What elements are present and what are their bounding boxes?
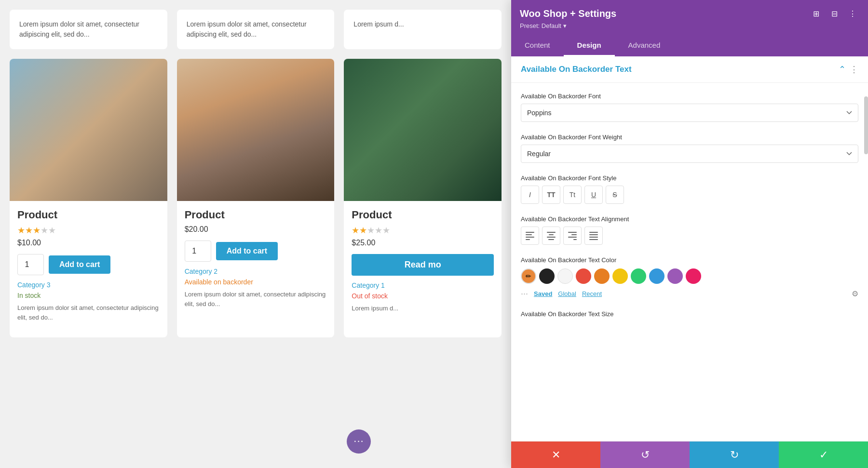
product-card-1-body: Product ★★★★★ $10.00 Add to cart Categor… [10, 201, 167, 330]
product-2-qty-input[interactable] [185, 241, 211, 262]
color-tab-saved[interactable]: Saved [534, 290, 552, 297]
top-card-1-desc: Lorem ipsum dolor sit amet, consectetur … [19, 19, 158, 40]
top-card-1: Lorem ipsum dolor sit amet, consectetur … [10, 10, 167, 49]
product-2-status: Available on backorder [185, 278, 327, 286]
product-3-category-link[interactable]: Category 1 [352, 281, 494, 289]
product-image-3 [344, 59, 502, 201]
style-italic-button[interactable]: I [521, 186, 539, 204]
style-strikethrough-button[interactable]: S [606, 186, 624, 204]
tab-advanced[interactable]: Advanced [615, 35, 674, 56]
align-left-icon [526, 232, 534, 240]
text-size-label: Available On Backorder Text Size [521, 310, 858, 318]
font-style-label: Available On Backorder Font Style [521, 174, 858, 182]
tab-content[interactable]: Content [511, 35, 564, 56]
tab-design[interactable]: Design [564, 35, 615, 56]
panel-layout-icon[interactable]: ⊟ [827, 7, 841, 20]
color-swatch-orange[interactable] [594, 268, 610, 284]
section-options-icon[interactable]: ⋮ [850, 64, 858, 75]
products-row: Product ★★★★★ $10.00 Add to cart Categor… [10, 59, 502, 337]
color-swatch-red[interactable] [576, 268, 591, 284]
align-left-button[interactable] [521, 227, 539, 245]
color-swatch-pencil[interactable]: ✏ [521, 268, 536, 284]
style-underline-button[interactable]: U [584, 186, 603, 204]
product-1-title: Product [17, 209, 160, 221]
panel-more-icon[interactable]: ⋮ [846, 7, 859, 20]
product-1-add-to-cart-button[interactable]: Add to cart [49, 255, 110, 274]
product-card-3: Product ★★★★★ $25.00 Read mo Category 1 … [344, 59, 502, 337]
product-2-add-to-cart-button[interactable]: Add to cart [216, 242, 278, 260]
product-2-price: $20.00 [185, 225, 327, 234]
footer-redo-button[interactable]: ↻ [690, 441, 779, 468]
section-controls: ⌃ ⋮ [839, 64, 858, 75]
font-family-label: Available On Backorder Font [521, 93, 858, 100]
panel-preset[interactable]: Preset: Default ▾ [520, 22, 859, 29]
color-swatch-blue[interactable] [649, 268, 665, 284]
product-2-title: Product [185, 209, 327, 221]
product-2-desc: Lorem ipsum dolor sit amet, consectetur … [185, 290, 327, 308]
product-card-3-body: Product ★★★★★ $25.00 Read mo Category 1 … [344, 201, 502, 321]
top-card-2: Lorem ipsum dolor sit amet, consectetur … [177, 10, 335, 49]
font-family-group: Available On Backorder Font Poppins Robo… [521, 93, 858, 122]
color-settings-icon[interactable]: ⚙ [852, 289, 858, 298]
font-style-group: Available On Backorder Font Style I TT T… [521, 174, 858, 204]
style-capitalize-button[interactable]: Tt [563, 186, 582, 204]
color-more-dots[interactable]: ··· [521, 289, 528, 299]
footer-undo-button[interactable]: ↺ [600, 441, 690, 468]
align-right-button[interactable] [563, 227, 582, 245]
text-align-label: Available On Backorder Text Alignment [521, 215, 858, 223]
color-tabs-row: ··· Saved Global Recent ⚙ [521, 289, 858, 299]
product-2-category-link[interactable]: Category 2 [185, 267, 327, 275]
panel-title-row: Woo Shop + Settings ⊞ ⊟ ⋮ [520, 7, 859, 20]
font-weight-group: Available On Backorder Font Weight Regul… [521, 134, 858, 163]
product-3-status: Out of stock [352, 292, 494, 300]
product-1-qty-input[interactable] [17, 254, 44, 275]
product-image-1 [10, 59, 167, 201]
color-swatch-pink[interactable] [686, 268, 701, 284]
product-1-cart-row: Add to cart [17, 254, 160, 275]
color-swatch-green[interactable] [631, 268, 646, 284]
product-2-cart-row: Add to cart [185, 241, 327, 262]
color-swatch-black[interactable] [539, 268, 555, 284]
section-collapse-icon[interactable]: ⌃ [839, 64, 846, 75]
align-right-icon [568, 232, 577, 240]
product-1-price: $10.00 [17, 239, 160, 247]
color-tab-global[interactable]: Global [558, 290, 576, 297]
product-3-read-more-button[interactable]: Read mo [352, 254, 494, 276]
align-justify-icon [589, 232, 598, 240]
text-color-label: Available On Backorder Text Color [521, 256, 858, 264]
text-color-group: Available On Backorder Text Color ✏ [521, 256, 858, 299]
section-title: Available On Backorder Text [521, 65, 632, 74]
text-size-group: Available On Backorder Text Size [521, 310, 858, 318]
top-card-3-desc: Lorem ipsum d... [353, 19, 492, 29]
font-style-buttons: I TT Tt U S [521, 186, 858, 204]
panel-tabs: Content Design Advanced [511, 35, 868, 56]
style-uppercase-button[interactable]: TT [542, 186, 560, 204]
footer-cancel-button[interactable]: ✕ [511, 441, 600, 468]
panel-title: Woo Shop + Settings [520, 8, 616, 19]
product-3-title: Product [352, 209, 494, 221]
fab-dots-button[interactable]: ··· [347, 429, 371, 454]
product-1-category-link[interactable]: Category 3 [17, 281, 160, 289]
color-swatch-white[interactable] [557, 268, 573, 284]
product-1-rating: ★★★★★ [17, 225, 160, 236]
top-card-2-desc: Lorem ipsum dolor sit amet, consectetur … [187, 19, 325, 40]
color-swatch-purple[interactable] [667, 268, 683, 284]
footer-confirm-button[interactable]: ✓ [779, 441, 868, 468]
scrollbar-thumb[interactable] [864, 96, 868, 154]
align-center-button[interactable] [542, 227, 560, 245]
text-align-group: Available On Backorder Text Alignment [521, 215, 858, 245]
font-family-select[interactable]: Poppins Roboto Open Sans Lato [521, 104, 858, 122]
panel-header: Woo Shop + Settings ⊞ ⊟ ⋮ Preset: Defaul… [511, 0, 868, 35]
align-justify-button[interactable] [584, 227, 603, 245]
panel-resize-icon[interactable]: ⊞ [809, 7, 823, 20]
product-1-status: In stock [17, 292, 160, 299]
product-3-desc: Lorem ipsum d... [352, 304, 494, 313]
font-weight-select[interactable]: Regular Bold Light Medium SemiBold [521, 145, 858, 163]
color-tab-recent[interactable]: Recent [582, 290, 602, 297]
product-image-2 [177, 59, 335, 201]
align-center-icon [547, 232, 556, 240]
settings-panel: Woo Shop + Settings ⊞ ⊟ ⋮ Preset: Defaul… [511, 0, 868, 468]
form-section: Available On Backorder Font Poppins Robo… [511, 83, 868, 339]
color-swatch-yellow[interactable] [612, 268, 628, 284]
fab-dots-icon: ··· [353, 436, 364, 446]
